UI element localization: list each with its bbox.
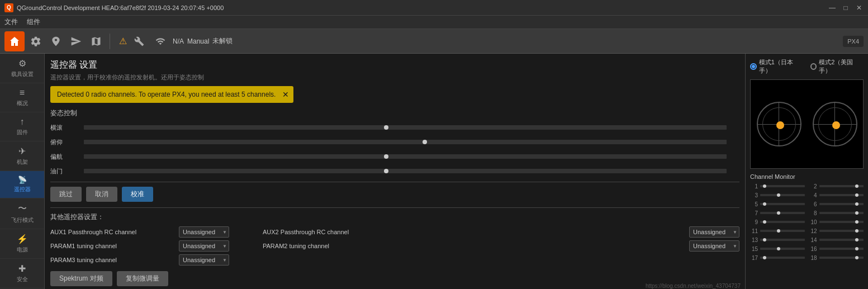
send-icon[interactable] <box>67 32 85 50</box>
channel-label-3: 油门 <box>50 167 84 176</box>
monitor-dot-7 <box>855 211 858 215</box>
monitor-num-9: 10 <box>809 219 817 225</box>
monitor-dot-14 <box>777 247 780 250</box>
monitor-bar-1 <box>819 185 864 187</box>
setting-label2-0: AUX2 Passthrough RC channel <box>263 229 386 235</box>
page-subtitle: 遥控器设置，用于校准你的遥控发射机。还用于姿态控制 <box>50 73 739 82</box>
sidebar-item-firmware[interactable]: ↑ 固件 <box>0 112 44 141</box>
alert-banner: Detected 0 radio channels. To operate PX… <box>50 86 293 103</box>
dropdown2-0[interactable]: Unassigned <box>689 226 739 238</box>
monitor-row-8: 9 <box>750 218 805 226</box>
sidebar-item-safety[interactable]: ✚ 安全 <box>0 259 44 288</box>
dropdown1-2[interactable]: Unassigned <box>179 254 229 266</box>
status-na: N/A <box>173 37 184 45</box>
attitude-section-title: 姿态控制 <box>50 108 739 118</box>
maximize-button[interactable]: □ <box>841 3 850 12</box>
monitor-dot-3 <box>855 193 858 197</box>
copy-trim-button[interactable]: 复制微调量 <box>117 271 168 286</box>
monitor-row-10: 11 <box>750 227 805 235</box>
airframe-icon: ✈ <box>18 146 26 157</box>
monitor-row-12: 13 <box>750 236 805 244</box>
monitor-num-14: 15 <box>750 246 758 252</box>
skip-button[interactable]: 跳过 <box>50 187 82 202</box>
signal-icon[interactable] <box>151 32 169 50</box>
sidebar-item-radio[interactable]: 📡 遥控器 <box>0 171 44 198</box>
vehicle-icon[interactable] <box>47 32 65 50</box>
setting-row-2: PARAM3 tuning channelUnassigned <box>50 254 739 266</box>
channel-bar-3 <box>84 169 727 173</box>
channel-bar-1 <box>84 140 727 144</box>
mode1-radio[interactable] <box>750 63 757 70</box>
menu-components[interactable]: 组件 <box>27 17 40 27</box>
home-button[interactable] <box>4 31 25 51</box>
mode2-option[interactable]: 模式2（美国手） <box>810 58 864 75</box>
monitor-row-2: 3 <box>750 191 805 199</box>
alert-text: Detected 0 radio channels. To operate PX… <box>57 91 276 98</box>
dropdown1-1[interactable]: Unassigned <box>179 240 229 252</box>
other-settings-title: 其他遥控器设置： <box>50 212 739 222</box>
monitor-dot-13 <box>855 238 858 241</box>
mode2-radio[interactable] <box>810 63 817 70</box>
close-button[interactable]: ✕ <box>855 3 864 12</box>
sidebar-item-airframe[interactable]: ✈ 机架 <box>0 141 44 171</box>
channel-label-2: 偏航 <box>50 153 84 161</box>
toolbar: ⚠ N/A Manual 未解锁 PX4 <box>0 29 868 54</box>
title-bar-controls[interactable]: — □ ✕ <box>828 3 864 12</box>
sidebar-item-vehicle-setup[interactable]: ⚙ 载具设置 <box>0 54 44 83</box>
sidebar: ⚙ 载具设置 ≡ 概况 ↑ 固件 ✈ 机架 📡 遥控器 〜 飞行模式 ⚡ 电源 … <box>0 54 45 289</box>
monitor-dot-0 <box>763 184 766 188</box>
monitor-num-8: 9 <box>750 219 758 225</box>
monitor-num-12: 13 <box>750 237 758 243</box>
channel-monitor-grid: 123456789101112131415161718 <box>750 182 864 262</box>
title-bar: Q QGroundControl Development HEAD:6af7e8… <box>0 0 868 16</box>
channel-dot-2 <box>384 154 388 159</box>
dropdown-wrapper2-1: Unassigned <box>689 240 739 252</box>
sidebar-item-power[interactable]: ⚡ 电源 <box>0 229 44 259</box>
joystick-left-dot <box>776 121 784 129</box>
channel-row-2: 偏航 <box>50 150 739 163</box>
monitor-row-17: 18 <box>809 254 864 262</box>
monitor-num-3: 4 <box>809 192 817 198</box>
monitor-num-11: 12 <box>809 228 817 234</box>
page-title: 遥控器 设置 <box>50 59 739 71</box>
monitor-dot-16 <box>763 256 766 259</box>
menu-bar: 文件 组件 <box>0 16 868 29</box>
calibration-button-row: 跳过 取消 校准 <box>50 187 739 202</box>
alert-close-button[interactable]: ✕ <box>282 90 289 99</box>
title-bar-text: QGroundControl Development HEAD:6af7e8f2… <box>17 4 828 11</box>
setting-row-1: PARAM1 tuning channelUnassignedPARAM2 tu… <box>50 240 739 252</box>
monitor-bar-15 <box>819 248 864 250</box>
map-icon[interactable] <box>87 32 105 50</box>
flight-modes-icon: 〜 <box>18 203 27 215</box>
sidebar-item-summary[interactable]: ≡ 概况 <box>0 83 44 112</box>
sidebar-item-flight-modes[interactable]: 〜 飞行模式 <box>0 198 44 229</box>
mode1-option[interactable]: 模式1（日本手） <box>750 58 804 75</box>
monitor-num-16: 17 <box>750 255 758 261</box>
calibrate-button[interactable]: 校准 <box>122 187 153 202</box>
minimize-button[interactable]: — <box>828 3 837 12</box>
sidebar-label-summary: 概况 <box>17 100 28 107</box>
dropdown1-0[interactable]: Unassigned <box>179 226 229 238</box>
warning-icon: ⚠ <box>119 36 127 46</box>
mode1-label: 模式1（日本手） <box>759 58 804 75</box>
monitor-num-4: 5 <box>750 201 758 207</box>
menu-file[interactable]: 文件 <box>4 17 18 27</box>
monitor-row-11: 12 <box>809 227 864 235</box>
monitor-dot-1 <box>855 184 858 188</box>
spektrum-button[interactable]: Spektrum 对频 <box>50 271 112 286</box>
joystick-display <box>750 79 864 169</box>
monitor-num-17: 18 <box>809 255 817 261</box>
monitor-row-16: 17 <box>750 254 805 262</box>
joystick-left <box>757 102 801 146</box>
settings-icon[interactable] <box>27 32 45 50</box>
channel-row-3: 油门 <box>50 165 739 177</box>
sidebar-label-radio: 遥控器 <box>14 186 31 193</box>
monitor-row-13: 14 <box>809 236 864 244</box>
cancel-button[interactable]: 取消 <box>86 187 117 202</box>
monitor-dot-6 <box>777 211 780 215</box>
monitor-bar-11 <box>819 230 864 232</box>
dropdown2-1[interactable]: Unassigned <box>689 240 739 252</box>
monitor-num-1: 2 <box>809 183 817 189</box>
tools-icon[interactable] <box>130 32 148 50</box>
channel-bar-0 <box>84 125 727 130</box>
